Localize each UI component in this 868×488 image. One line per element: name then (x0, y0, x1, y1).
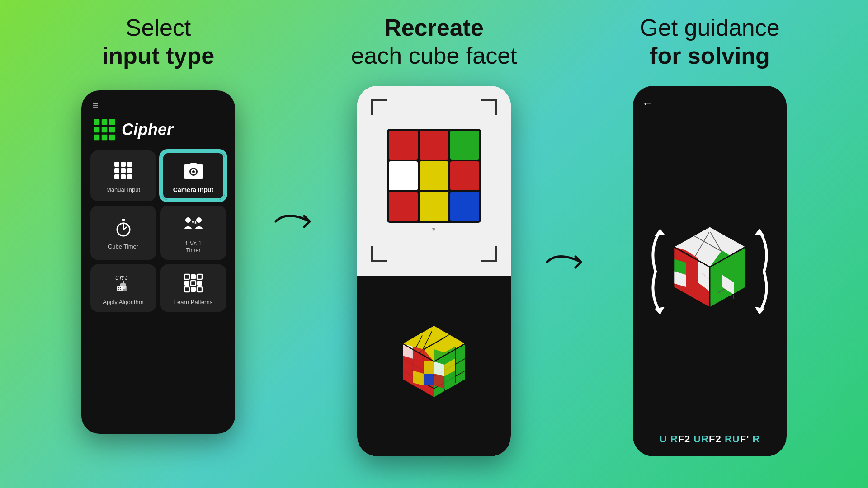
svg-point-20 (192, 170, 195, 173)
title-recreate: Recreate (384, 14, 484, 41)
scan-corner-br (481, 246, 497, 262)
pattern-icon-container (183, 272, 204, 294)
phone-header: ≡ (88, 99, 228, 118)
svg-rect-5 (109, 127, 115, 133)
learn-patterns-label: Learn Patterns (174, 299, 212, 305)
cube-timer-label: Cube Timer (108, 243, 138, 250)
svg-rect-7 (101, 134, 108, 141)
timer-icon-container (113, 217, 134, 239)
svg-rect-32 (123, 286, 127, 291)
svg-point-27 (196, 217, 202, 223)
arrow-1-svg (274, 208, 323, 235)
menu-item-timer[interactable]: Cube Timer (90, 206, 156, 260)
scan-corner-bl (371, 246, 387, 262)
svg-rect-4 (101, 127, 108, 133)
algo-u2: U (690, 433, 701, 445)
svg-rect-16 (121, 174, 126, 179)
algo-icon-container: U R' L (113, 272, 134, 294)
algo-r2: R (701, 433, 709, 445)
title-for-solving: for solving (650, 42, 770, 69)
svg-rect-38 (191, 274, 196, 279)
svg-rect-14 (127, 168, 132, 173)
svg-rect-39 (197, 274, 202, 279)
svg-rect-42 (197, 281, 202, 286)
menu-item-patterns[interactable]: Learn Patterns (160, 264, 226, 312)
camera-scan-area: ▼ (357, 86, 511, 276)
menu-item-algorithm[interactable]: U R' L (90, 264, 156, 312)
svg-rect-8 (109, 134, 115, 141)
svg-rect-45 (197, 287, 202, 292)
apply-algo-label: Apply Algorithm (103, 299, 143, 305)
scan-corner-tl (371, 99, 387, 115)
svg-rect-22 (122, 219, 125, 221)
svg-text:U R' L: U R' L (115, 276, 127, 281)
camera-input-icon (183, 160, 204, 182)
svg-rect-40 (184, 281, 189, 286)
rotating-cube-svg (642, 204, 778, 339)
section3-title: Get guidance for solving (640, 14, 779, 79)
menu-item-manual[interactable]: Manual Input (90, 150, 156, 201)
camera-input-label: Camera Input (173, 186, 213, 193)
algo-fprime: F' (740, 433, 750, 445)
svg-text:Vs: Vs (192, 220, 197, 225)
svg-marker-82 (755, 307, 765, 314)
algo-r4: R (749, 433, 760, 445)
svg-rect-10 (121, 162, 126, 167)
svg-rect-1 (101, 119, 108, 125)
cube-3d-svg (389, 321, 479, 411)
svg-rect-44 (191, 287, 196, 292)
svg-rect-12 (114, 168, 119, 173)
rotating-cube-area (642, 110, 778, 433)
arrow-2 (542, 249, 597, 276)
arrow-1 (271, 208, 326, 235)
svg-rect-9 (114, 162, 119, 167)
manual-input-icon (113, 160, 134, 182)
svg-point-25 (185, 217, 191, 223)
phone-right: ← (633, 86, 787, 456)
algo-r1: R (667, 433, 678, 445)
svg-rect-13 (121, 168, 126, 173)
svg-marker-79 (655, 229, 665, 236)
svg-rect-34 (120, 287, 121, 288)
app-name-label: Cipher (122, 120, 173, 139)
svg-rect-41 (191, 281, 196, 286)
back-arrow-icon[interactable]: ← (642, 97, 653, 110)
manual-input-label: Manual Input (106, 186, 140, 193)
section-guidance: Get guidance for solving ← (597, 14, 823, 456)
svg-rect-6 (94, 134, 100, 141)
svg-rect-0 (94, 119, 100, 125)
phone-left: ≡ Cipher (81, 90, 235, 434)
svg-rect-35 (118, 289, 119, 290)
svg-marker-66 (424, 361, 434, 374)
menu-item-camera[interactable]: Camera Input (160, 150, 226, 201)
algo-r3: R (722, 433, 732, 445)
section3-heading: Get guidance for solving (640, 14, 779, 70)
hamburger-icon[interactable]: ≡ (93, 99, 99, 111)
svg-marker-69 (424, 374, 434, 385)
svg-rect-43 (184, 287, 189, 292)
title-select: Select (126, 14, 191, 41)
algo-f2-1: F2 (678, 433, 691, 445)
svg-rect-15 (114, 174, 119, 179)
menu-item-1v1[interactable]: Vs 1 Vs 1Timer (160, 206, 226, 260)
menu-grid: Manual Input Camera Input (88, 150, 228, 312)
svg-rect-33 (118, 287, 119, 288)
title-get-guidance: Get guidance (640, 14, 779, 41)
section-select-input: Select input type ≡ (45, 14, 271, 434)
arrow-2-svg (545, 249, 594, 276)
section1-heading: Select input type (102, 14, 214, 70)
algorithm-display: U RF2 URF2 RUF' R (642, 433, 778, 445)
algo-f2-2: F2 (709, 433, 722, 445)
1v1-label: 1 Vs 1Timer (185, 240, 202, 253)
svg-rect-11 (127, 162, 132, 167)
scan-corner-tr (481, 99, 497, 115)
section2-title: Recreate each cube facet (351, 14, 517, 79)
cube-3d-preview (357, 276, 511, 456)
phone-center: ▼ (357, 86, 511, 456)
section1-title: Select input type (102, 14, 214, 79)
cipher-logo (93, 118, 116, 141)
svg-rect-37 (184, 274, 189, 279)
svg-marker-80 (655, 307, 665, 314)
algorithm-text: U RF2 URF2 RUF' R (660, 433, 760, 445)
title-input-type: input type (102, 42, 214, 69)
